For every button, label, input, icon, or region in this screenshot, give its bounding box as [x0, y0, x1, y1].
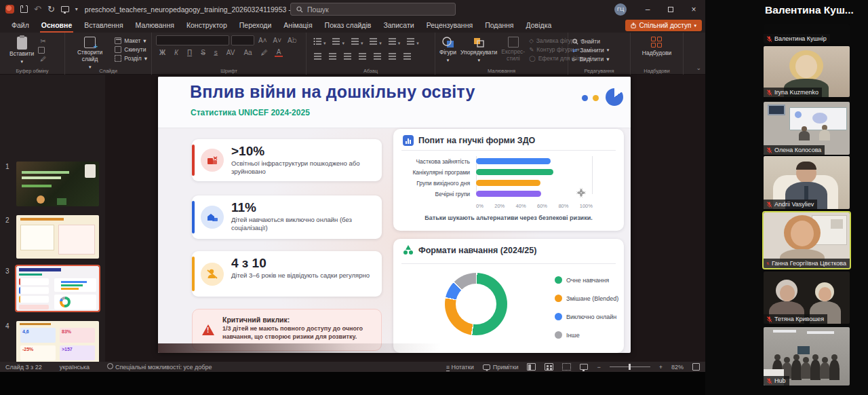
bullets-icon[interactable]: ▾ [313, 35, 326, 48]
columns-icon[interactable] [373, 50, 382, 62]
quick-styles-button[interactable]: Експрес-стилі [501, 35, 525, 62]
participant-tile[interactable]: Олена Колосова [764, 102, 850, 155]
tab-Подання[interactable]: Подання [479, 19, 519, 33]
new-slide-button[interactable]: Створити слайд▾ [69, 35, 111, 70]
section-button[interactable]: Розділ ▾ [115, 55, 147, 62]
copy-icon[interactable] [38, 47, 45, 54]
qat-customize-icon[interactable]: ▾ [75, 7, 78, 12]
tab-Довідка[interactable]: Довідка [520, 19, 558, 33]
normal-view-button[interactable] [527, 363, 536, 371]
underline-button[interactable]: П [185, 49, 194, 56]
reset-button[interactable]: Скинути [115, 46, 147, 53]
paste-button[interactable]: Вставити▾ [9, 35, 34, 64]
align-right-icon[interactable] [343, 50, 352, 62]
slide-counter[interactable]: Слайд 3 з 22 [5, 364, 42, 371]
find-button[interactable]: Знайти [572, 38, 609, 45]
shape-outline-icon: ✎ [529, 46, 534, 53]
tab-Файл[interactable]: Файл [5, 19, 35, 33]
layout-button[interactable]: Макет ▾ [115, 37, 147, 44]
slide-thumbnail-2[interactable] [16, 215, 99, 259]
font-name-select[interactable] [156, 35, 229, 45]
indent-increase-icon[interactable]: ▾ [369, 35, 381, 48]
slide-sorter-view-button[interactable] [545, 363, 553, 371]
decrease-font-icon[interactable]: A˅ [271, 37, 284, 44]
comments-toggle[interactable]: Примітки [483, 364, 519, 371]
tab-Анімація[interactable]: Анімація [277, 19, 318, 33]
participant-tile[interactable]: Andrii Vasyliev [764, 156, 850, 209]
zoom-slider[interactable] [610, 366, 650, 367]
smartart-icon[interactable] [403, 50, 412, 62]
tab-Показ слайдів[interactable]: Показ слайдів [319, 19, 378, 33]
language-indicator[interactable]: українська [60, 364, 90, 371]
shapes-button[interactable]: Фігури▾ [439, 35, 456, 63]
indent-decrease-icon[interactable]: ▾ [351, 35, 363, 48]
align-text-icon[interactable] [388, 50, 397, 62]
replace-button[interactable]: ⇄Замінити ▾ [572, 47, 609, 54]
axis-tick: 0% [476, 203, 484, 209]
character-spacing-button[interactable]: AV [224, 49, 237, 56]
increase-font-icon[interactable]: A˄ [256, 37, 269, 44]
italic-button[interactable]: К [172, 49, 180, 56]
share-button[interactable]: Спільний доступ ▾ [625, 20, 702, 31]
zoom-level[interactable]: 82% [671, 364, 684, 371]
fit-slide-button[interactable] [692, 363, 700, 371]
highlight-color-button[interactable]: 🖉 [259, 49, 270, 56]
tab-Вставлення[interactable]: Вставлення [78, 19, 129, 33]
notes-toggle[interactable]: ≡ Нотатки [446, 364, 474, 371]
cut-icon[interactable]: ✂ [38, 37, 48, 45]
strikethrough-button[interactable]: S [199, 49, 208, 56]
participant-tile[interactable]: Валентина Кушнір [764, 24, 850, 43]
slide-3[interactable]: Вплив війни на дошкільну освіту Статисти… [158, 77, 631, 353]
accessibility-status[interactable]: Спеціальні можливості: усе добре [107, 363, 212, 371]
reading-view-button[interactable] [562, 363, 571, 371]
bold-button[interactable]: Ж [157, 49, 167, 56]
participant-tile[interactable]: Ганна Георгіївна Цвєткова [764, 212, 850, 268]
zoom-out-button[interactable]: − [597, 364, 600, 371]
slide-thumbnail-1[interactable] [16, 162, 99, 206]
tab-Малювання[interactable]: Малювання [130, 19, 180, 33]
clear-formatting-icon[interactable]: A𝚋 [285, 37, 299, 45]
select-button[interactable]: ▻Виділити ▾ [572, 56, 609, 62]
participant-tile[interactable]: Iryna Kuzmenko [764, 46, 850, 97]
align-center-icon[interactable] [328, 50, 337, 62]
text-direction-icon[interactable]: ▾ [406, 35, 418, 48]
restore-button[interactable] [659, 0, 682, 18]
participant-name: Iryna Kuzmenko [764, 88, 822, 97]
undo-icon[interactable]: ↶ [34, 5, 41, 14]
slide-thumbnail-4[interactable]: 4,6 83% -25% >157 [16, 321, 99, 362]
format-painter-icon[interactable]: 🖉 [38, 56, 48, 62]
close-button[interactable]: × [682, 0, 705, 18]
tab-Переходи[interactable]: Переходи [233, 19, 278, 33]
line-spacing-icon[interactable]: ▾ [388, 35, 400, 48]
participant-tile[interactable]: Hub [764, 327, 850, 385]
collapse-ribbon-icon[interactable]: ⌄ [696, 64, 701, 71]
stat-text: Дітей навчаються виключно онлайн (без со… [231, 216, 376, 232]
bar-chart-icon [403, 135, 414, 146]
account-avatar[interactable]: ГЦ [614, 3, 627, 16]
donut-chart-panel: Формати навчання (2024/25) Очне навчання… [393, 239, 624, 353]
font-color-button[interactable]: А [275, 48, 283, 57]
tab-Записати[interactable]: Записати [377, 19, 420, 33]
addins-button[interactable]: Надбудови [642, 35, 671, 57]
participant-tile[interactable]: Тетяна Кривошея [764, 271, 850, 324]
slide-thumbnail-3[interactable] [16, 266, 99, 311]
font-size-select[interactable] [231, 35, 254, 45]
tab-Конструктор[interactable]: Конструктор [180, 19, 233, 33]
tab-Рецензування[interactable]: Рецензування [420, 19, 479, 33]
search-input[interactable]: Пошук [290, 3, 456, 16]
align-left-icon[interactable] [313, 50, 322, 62]
zoom-in-button[interactable]: + [659, 364, 663, 371]
slideshow-view-button[interactable] [580, 364, 588, 370]
slide-thumbnail-panel[interactable]: 1234 4,6 83% -25% >15756 [0, 75, 105, 362]
text-shadow-button[interactable]: s̲ [212, 49, 220, 56]
justify-icon[interactable] [358, 50, 367, 62]
save-icon[interactable] [20, 5, 28, 13]
minimize-button[interactable]: – [636, 0, 659, 18]
start-slideshow-icon[interactable] [61, 6, 69, 12]
tab-Основне[interactable]: Основне [35, 19, 78, 33]
numbering-icon[interactable]: ▾ [332, 35, 344, 48]
zoom-slider-thumb[interactable] [629, 364, 631, 370]
change-case-button[interactable]: Aa [241, 49, 254, 56]
arrange-button[interactable]: Упорядкувати▾ [460, 35, 497, 63]
redo-icon[interactable]: ↻ [47, 5, 55, 14]
